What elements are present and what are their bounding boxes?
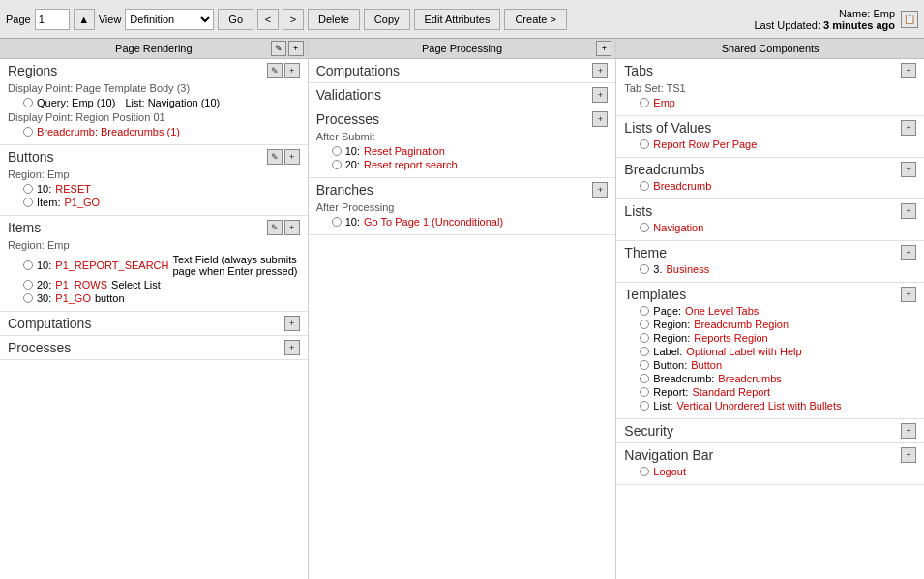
emp-tab-link[interactable]: Emp [653,97,675,108]
button-template-link[interactable]: Button [691,359,722,371]
navbar-add-icon[interactable]: + [901,447,916,463]
p1rows-link[interactable]: P1_ROWS [55,279,107,290]
delete-button[interactable]: Delete [308,9,360,30]
section-templates-title: Templates + [624,287,916,302]
items-edit-icon[interactable]: ✎ [267,220,283,235]
buttons-add-icon[interactable]: + [284,149,300,165]
section-buttons: Buttons ✎ + Region: Emp 10: RESET Item: … [0,145,308,216]
templates-add-icon[interactable]: + [901,287,916,302]
section-processes-mid: Processes + After Submit 10: Reset Pagin… [309,107,616,178]
branches-add-icon[interactable]: + [592,182,608,198]
processes-mid-add-icon[interactable]: + [592,111,608,127]
reset-report-link[interactable]: Reset report search [364,159,458,170]
bullet-icon [640,306,649,316]
list-item: 30: P1_GO button [8,291,300,305]
regions-add-icon[interactable]: + [284,63,300,78]
processes-left-add-icon[interactable]: + [284,340,300,355]
list-item: Button: Button [624,358,916,372]
panel-processing-header: Page Processing + [309,39,616,59]
rendering-add-icon[interactable]: + [288,41,304,56]
business-theme-link[interactable]: Business [667,263,710,275]
security-add-icon[interactable]: + [901,423,916,439]
validations-add-icon[interactable]: + [592,87,608,103]
panel-page-processing: Page Processing + Computations + Validat… [309,39,617,579]
buttons-edit-icon[interactable]: ✎ [267,149,283,165]
p1reportsearch-link[interactable]: P1_REPORT_SEARCH [55,259,168,271]
toolbar: Page ▲ View Definition Developer User In… [0,0,924,39]
list-item: 10: Reset Pagination [316,144,609,158]
p1go2-link[interactable]: P1_GO [55,292,91,304]
reset-link[interactable]: RESET [55,183,91,195]
list-item: 10: P1_REPORT_SEARCH Text Field (always … [8,253,300,278]
breadcrumbs-template-link[interactable]: Breadcrumbs [718,373,781,384]
copy-page-icon[interactable]: 📋 [901,11,918,28]
p1go-link[interactable]: P1_GO [64,197,100,208]
section-buttons-title: Buttons ✎ + [8,149,300,165]
standard-report-link[interactable]: Standard Report [692,386,770,398]
list-item: Label: Optional Label with Help [624,345,916,358]
copy-button[interactable]: Copy [364,9,410,30]
bullet-icon [332,160,342,169]
next-button[interactable]: > [283,9,304,30]
items-add-icon[interactable]: + [284,220,300,235]
section-lists-title: Lists + [624,203,916,219]
list-item: Breadcrumb [624,179,916,193]
section-computations-mid-title: Computations + [316,63,609,78]
bullet-icon [23,260,33,270]
create-button[interactable]: Create > [504,9,567,30]
page-up-btn[interactable]: ▲ [74,9,95,30]
theme-add-icon[interactable]: + [901,245,916,260]
reset-pagination-link[interactable]: Reset Pagination [364,145,445,157]
list-item: Region: Breadcrumb Region [624,318,916,331]
list-item: 10: RESET [8,182,300,196]
lov-add-icon[interactable]: + [901,120,916,136]
computations-left-add-icon[interactable]: + [284,316,300,331]
tabs-add-icon[interactable]: + [901,63,916,78]
list-item: Breadcrumb: Breadcrumbs (1) [8,125,300,138]
section-lists-of-values: Lists of Values + Report Row Per Page [616,116,924,158]
edit-attributes-button[interactable]: Edit Attributes [414,9,501,30]
computations-mid-add-icon[interactable]: + [592,63,608,78]
prev-button[interactable]: < [257,9,279,30]
page-info: Name: Emp Last Updated: 3 minutes ago 📋 [754,8,918,31]
bullet-icon [332,146,342,156]
bullet-icon [23,184,33,194]
report-row-per-page-link[interactable]: Report Row Per Page [653,138,757,150]
page-input[interactable] [35,9,70,30]
regions-edit-icon[interactable]: ✎ [267,63,283,78]
breadcrumb-shared-link[interactable]: Breadcrumb [653,180,711,192]
section-templates: Templates + Page: One Level Tabs Region:… [616,283,924,419]
processing-add-icon[interactable]: + [596,41,611,56]
bullet-icon [23,280,33,290]
view-select[interactable]: Definition Developer User Interface [125,9,214,30]
section-tabs: Tabs + Tab Set: TS1 Emp [616,59,924,116]
reports-region-link[interactable]: Reports Region [694,332,767,344]
bullet-icon [23,98,33,107]
rendering-edit-icon[interactable]: ✎ [271,41,286,56]
bullet-icon [640,374,649,383]
section-theme: Theme + 3. Business [616,241,924,283]
view-label: View [99,14,122,25]
section-branches-title: Branches + [316,182,609,198]
section-computations-mid: Computations + [309,59,616,83]
go-button[interactable]: Go [218,9,253,30]
breadcrumbs-add-icon[interactable]: + [901,162,916,177]
optional-label-link[interactable]: Optional Label with Help [686,346,801,357]
page-label: Page [6,14,31,25]
navigation-link[interactable]: Navigation [653,222,703,233]
one-level-tabs-link[interactable]: One Level Tabs [685,305,759,317]
section-tabs-title: Tabs + [624,63,916,78]
lists-add-icon[interactable]: + [901,203,916,219]
section-validations-title: Validations + [316,87,609,103]
section-processes-left-title: Processes + [8,340,300,355]
bullet-icon [640,320,649,329]
list-item: 20: Reset report search [316,158,609,171]
vertical-list-link[interactable]: Vertical Unordered List with Bullets [677,400,842,411]
breadcrumb-link[interactable]: Breadcrumb: Breadcrumbs (1) [37,126,180,137]
goto-page-link[interactable]: Go To Page 1 (Unconditional) [364,216,503,228]
list-item: Navigation [624,221,916,234]
breadcrumb-region-link[interactable]: Breadcrumb Region [694,319,789,330]
list-item: List: Vertical Unordered List with Bulle… [624,399,916,412]
bullet-icon [23,127,33,137]
logout-link[interactable]: Logout [653,466,686,477]
